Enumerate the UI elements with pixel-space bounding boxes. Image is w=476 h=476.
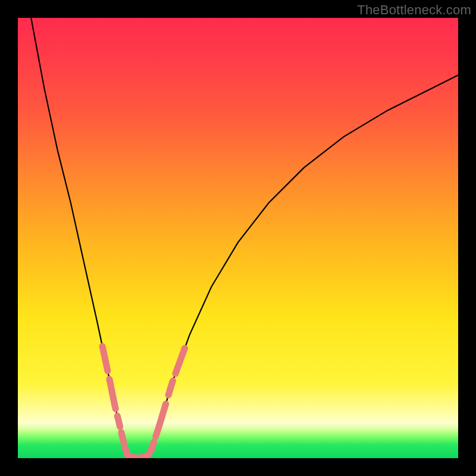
highlight-segment-1 <box>109 379 115 409</box>
highlight-segments <box>102 346 184 458</box>
highlight-segment-5 <box>129 454 149 458</box>
curve-svg <box>18 18 458 458</box>
curve-right-branch <box>150 75 458 453</box>
chart-frame: TheBottleneck.com <box>0 0 476 476</box>
highlight-segment-2 <box>117 416 120 427</box>
curve-flat-minimum <box>128 454 150 458</box>
highlight-segment-6 <box>151 442 154 452</box>
highlight-segment-7 <box>156 404 166 437</box>
watermark-text: TheBottleneck.com <box>357 2 471 18</box>
plot-area <box>18 18 458 458</box>
highlight-segment-3 <box>121 433 124 444</box>
highlight-segment-8 <box>168 381 173 395</box>
highlight-segment-4 <box>126 449 128 456</box>
highlight-segment-9 <box>176 348 185 374</box>
curve-left-branch <box>31 18 128 456</box>
highlight-segment-0 <box>102 346 108 371</box>
